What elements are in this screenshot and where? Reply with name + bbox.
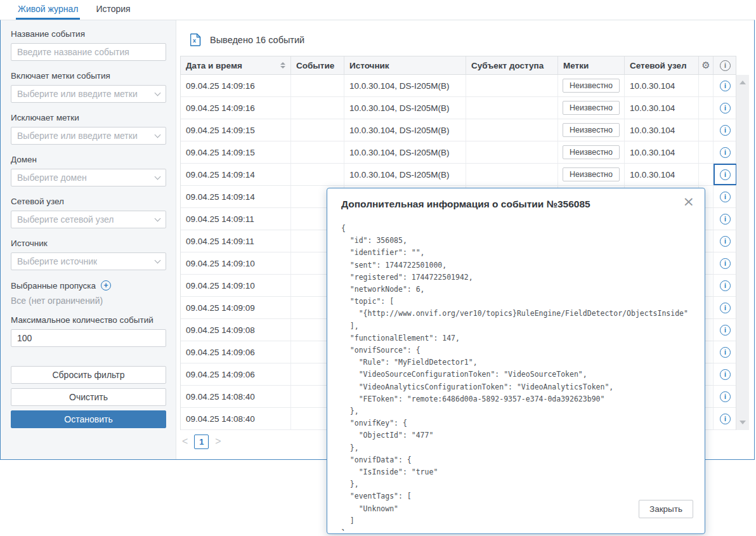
include-tags-select[interactable]: Выберите или введите метки bbox=[11, 85, 166, 103]
info-icon[interactable]: i bbox=[720, 303, 731, 313]
select-placeholder: Выберите источник bbox=[17, 256, 97, 266]
cell-node: 10.0.30.104 bbox=[625, 97, 699, 119]
column-header-node[interactable]: Сетевой узел bbox=[625, 56, 699, 74]
scroll-down-icon[interactable] bbox=[740, 421, 746, 424]
info-icon[interactable]: i bbox=[720, 103, 731, 114]
passes-value: Все (нет ограничений) bbox=[11, 296, 166, 306]
column-header-subject[interactable]: Субъект доступа bbox=[466, 56, 558, 74]
reset-filter-button[interactable]: Сбросить фильтр bbox=[11, 366, 166, 384]
cell-gearcol bbox=[699, 141, 714, 163]
tag-badge: Неизвестно bbox=[563, 145, 620, 159]
cell-date: 09.04.25 14:09:14 bbox=[181, 164, 291, 185]
prev-page-button[interactable]: < bbox=[182, 436, 188, 447]
cell-event bbox=[291, 164, 344, 185]
event-name-input[interactable] bbox=[11, 43, 166, 61]
select-placeholder: Выберите домен bbox=[17, 173, 87, 183]
clear-button[interactable]: Очистить bbox=[11, 388, 166, 406]
cell-info: i bbox=[714, 363, 737, 385]
info-icon[interactable]: i bbox=[720, 325, 731, 336]
column-header-tags[interactable]: Метки bbox=[558, 56, 625, 74]
table-scrollbar[interactable] bbox=[736, 75, 749, 430]
source-select[interactable]: Выберите источник bbox=[11, 252, 166, 270]
stop-button[interactable]: Остановить bbox=[11, 410, 166, 428]
cell-source: 10.0.30.104, DS-I205M(B) bbox=[344, 75, 466, 96]
page-button-1[interactable]: 1 bbox=[194, 435, 209, 449]
cell-info: i bbox=[714, 164, 737, 185]
tab-history[interactable]: История bbox=[94, 0, 132, 20]
info-icon[interactable]: i bbox=[720, 147, 731, 158]
pagination: < 1 > bbox=[182, 434, 221, 449]
cell-source: 10.0.30.104, DS-I205M(B) bbox=[344, 97, 466, 119]
cell-info: i bbox=[714, 75, 737, 96]
info-icon[interactable]: i bbox=[720, 125, 731, 136]
column-header-datetime[interactable]: Дата и время bbox=[181, 56, 291, 74]
cell-info: i bbox=[714, 319, 737, 341]
select-placeholder: Выберите или введите метки bbox=[17, 131, 138, 141]
gear-icon[interactable]: ⚙ bbox=[701, 61, 710, 70]
filter-label: Источник bbox=[11, 239, 166, 248]
domain-select[interactable]: Выберите домен bbox=[11, 169, 166, 186]
column-header-settings[interactable]: ⚙ bbox=[699, 56, 714, 74]
info-icon[interactable]: i bbox=[720, 214, 731, 225]
cell-info: i bbox=[714, 119, 737, 141]
column-header-event[interactable]: Событие bbox=[291, 56, 344, 74]
cell-date: 09.04.25 14:09:16 bbox=[181, 75, 291, 96]
cell-node: 10.0.30.104 bbox=[625, 119, 699, 141]
info-icon[interactable]: i bbox=[720, 347, 731, 358]
info-icon[interactable]: i bbox=[720, 414, 731, 424]
table-row[interactable]: 09.04.25 14:09:1610.0.30.104, DS-I205M(B… bbox=[181, 97, 736, 119]
next-page-button[interactable]: > bbox=[215, 436, 221, 447]
info-icon[interactable]: i bbox=[720, 280, 731, 291]
sort-icon[interactable] bbox=[280, 62, 285, 69]
table-row[interactable]: 09.04.25 14:09:1410.0.30.104, DS-I205M(B… bbox=[181, 164, 736, 186]
scroll-up-icon[interactable] bbox=[740, 81, 746, 84]
cell-date: 09.04.25 14:09:15 bbox=[181, 119, 291, 141]
cell-date: 09.04.25 14:08:40 bbox=[181, 386, 291, 407]
cell-info: i bbox=[714, 208, 737, 230]
passes-label: Выбранные пропуска bbox=[11, 281, 96, 291]
chevron-down-icon bbox=[155, 89, 161, 96]
cell-node: 10.0.30.104 bbox=[625, 164, 699, 185]
close-icon[interactable]: × bbox=[683, 193, 694, 209]
close-button[interactable]: Закрыть bbox=[639, 500, 693, 518]
table-toolbar: x Выведено 16 событий bbox=[190, 33, 304, 46]
cell-info: i bbox=[714, 297, 737, 318]
filter-include-tags: Включает метки события Выберите или введ… bbox=[11, 71, 166, 103]
cell-info: i bbox=[714, 408, 737, 429]
cell-info: i bbox=[714, 230, 737, 252]
info-icon[interactable]: i bbox=[720, 192, 731, 202]
cell-date: 09.04.25 14:09:16 bbox=[181, 97, 291, 119]
filter-label: Максимальное количество событий bbox=[11, 315, 166, 325]
info-icon[interactable]: i bbox=[720, 391, 731, 402]
svg-text:x: x bbox=[193, 37, 196, 44]
filter-label: Сетевой узел bbox=[11, 197, 166, 206]
filter-label: Название события bbox=[11, 29, 166, 39]
table-row[interactable]: 09.04.25 14:09:1510.0.30.104, DS-I205M(B… bbox=[181, 141, 736, 164]
table-row[interactable]: 09.04.25 14:09:1610.0.30.104, DS-I205M(B… bbox=[181, 75, 736, 97]
cell-node: 10.0.30.104 bbox=[625, 141, 699, 163]
info-icon[interactable]: i bbox=[720, 258, 731, 269]
info-icon[interactable]: i bbox=[720, 81, 731, 91]
cell-node: 10.0.30.104 bbox=[625, 75, 699, 96]
tag-badge: Неизвестно bbox=[563, 167, 620, 181]
tab-live-journal[interactable]: Живой журнал bbox=[16, 0, 80, 20]
export-xls-icon[interactable]: x bbox=[190, 33, 201, 46]
cell-date: 09.04.25 14:09:15 bbox=[181, 141, 291, 163]
exclude-tags-select[interactable]: Выберите или введите метки bbox=[11, 127, 166, 145]
cell-date: 09.04.25 14:09:14 bbox=[181, 186, 291, 207]
filter-exclude-tags: Исключает метки Выберите или введите мет… bbox=[11, 113, 166, 145]
table-row[interactable]: 09.04.25 14:09:1510.0.30.104, DS-I205M(B… bbox=[181, 119, 736, 141]
column-header-source[interactable]: Источник bbox=[344, 56, 466, 74]
max-events-input[interactable] bbox=[11, 329, 166, 347]
network-node-select[interactable]: Выберите сетевой узел bbox=[11, 211, 166, 228]
cell-info: i bbox=[714, 275, 737, 296]
info-icon[interactable]: i bbox=[720, 236, 731, 247]
info-icon[interactable]: i bbox=[720, 369, 731, 380]
cell-tags: Неизвестно bbox=[558, 75, 625, 96]
add-pass-icon[interactable]: + bbox=[101, 280, 111, 291]
info-icon[interactable]: i bbox=[720, 169, 731, 180]
tag-badge: Неизвестно bbox=[563, 101, 620, 115]
tag-badge: Неизвестно bbox=[563, 123, 620, 137]
tag-badge: Неизвестно bbox=[563, 79, 620, 93]
cell-info: i bbox=[714, 386, 737, 407]
